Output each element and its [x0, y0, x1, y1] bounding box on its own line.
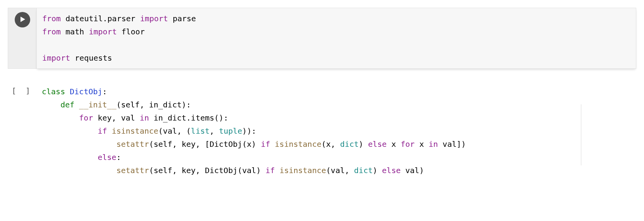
code-block: class DictObj: def __init__(self, in_dic… — [42, 85, 631, 177]
code-block: from dateutil.parser import parse from m… — [42, 12, 630, 65]
run-button[interactable] — [15, 12, 30, 27]
play-icon — [19, 13, 26, 26]
execution-indicator: [ ] — [12, 84, 33, 97]
code-input-area[interactable]: from dateutil.parser import parse from m… — [36, 8, 636, 69]
svg-marker-0 — [21, 17, 25, 22]
cell-gutter — [8, 8, 36, 69]
cell-gutter: [ ] — [8, 81, 36, 97]
notebook-wrap: from dateutil.parser import parse from m… — [8, 8, 636, 181]
code-cell-2[interactable]: [ ] class DictObj: def __init__(self, in… — [8, 81, 636, 181]
code-input-area[interactable]: class DictObj: def __init__(self, in_dic… — [36, 81, 636, 181]
code-cell-1[interactable]: from dateutil.parser import parse from m… — [8, 8, 636, 69]
page-margin-divider — [581, 104, 581, 165]
